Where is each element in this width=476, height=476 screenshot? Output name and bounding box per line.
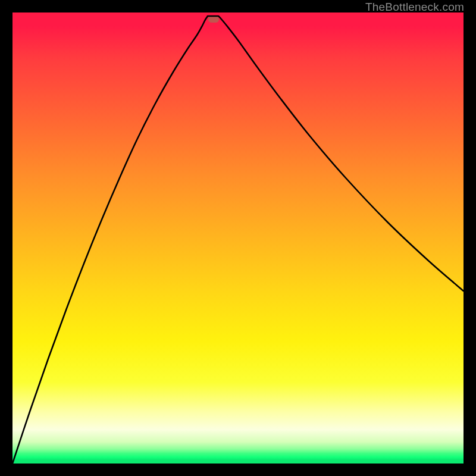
chart-frame: TheBottleneck.com bbox=[0, 0, 476, 476]
bottleneck-curve bbox=[12, 12, 464, 464]
watermark-text: TheBottleneck.com bbox=[365, 1, 464, 14]
plot-area bbox=[12, 12, 464, 464]
